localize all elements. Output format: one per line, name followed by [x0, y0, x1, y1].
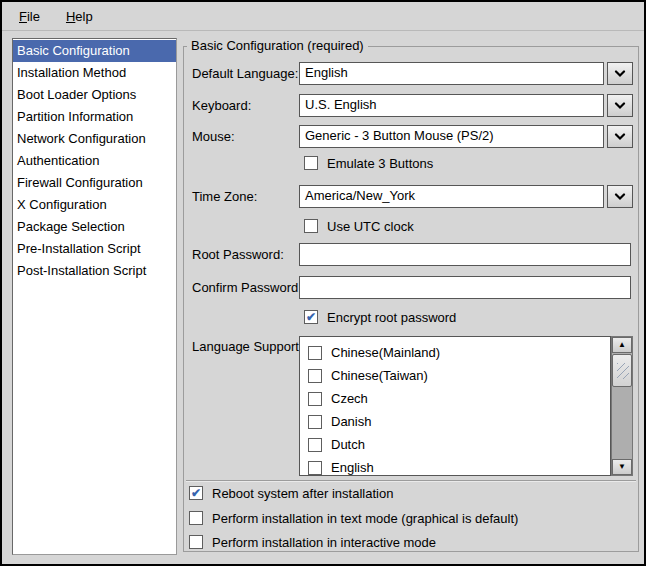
language-support-list: Chinese(Mainland) Chinese(Taiwan) Czech …	[299, 336, 633, 476]
emulate-3-buttons-checkbox[interactable]: Emulate 3 Buttons	[304, 155, 433, 171]
interactive-mode-installation-checkbox[interactable]: Perform installation in interactive mode	[189, 534, 436, 550]
language-support-label: Language Support:	[192, 339, 303, 354]
checkbox-icon[interactable]	[308, 415, 322, 429]
language-item-chinese-mainland[interactable]: Chinese(Mainland)	[300, 341, 610, 364]
default-language-label: Default Language:	[192, 66, 298, 81]
scroll-down-button[interactable]: ▼	[612, 459, 632, 475]
menu-bar: File Help	[2, 2, 644, 31]
language-item-dutch[interactable]: Dutch	[300, 433, 610, 456]
checkbox-icon[interactable]	[189, 511, 203, 525]
language-item-label: Czech	[331, 391, 368, 406]
arrow-down-icon: ▼	[618, 463, 626, 471]
chevron-down-icon	[614, 102, 626, 110]
menu-file[interactable]: File	[11, 6, 48, 27]
text-mode-installation-label: Perform installation in text mode (graph…	[212, 511, 518, 526]
mouse-select[interactable]: Generic - 3 Button Mouse (PS/2)	[299, 125, 633, 148]
mouse-dropdown-button[interactable]	[607, 125, 633, 148]
sidebar-item-boot-loader-options[interactable]: Boot Loader Options	[13, 84, 176, 106]
checkbox-icon[interactable]	[308, 346, 322, 360]
confirm-password-field[interactable]	[299, 276, 631, 299]
scroll-up-button[interactable]: ▲	[612, 337, 632, 353]
time-zone-dropdown-button[interactable]	[607, 185, 633, 208]
use-utc-clock-checkbox[interactable]: Use UTC clock	[304, 218, 414, 234]
time-zone-label: Time Zone:	[192, 189, 257, 204]
checkbox-icon[interactable]	[308, 369, 322, 383]
time-zone-select[interactable]: America/New_York	[299, 185, 633, 208]
language-item-danish[interactable]: Danish	[300, 410, 610, 433]
checkbox-icon[interactable]	[308, 438, 322, 452]
root-password-field[interactable]	[299, 243, 631, 266]
panel-title: Basic Configuration (required)	[187, 38, 368, 54]
sidebar-item-firewall-configuration[interactable]: Firewall Configuration	[13, 172, 176, 194]
keyboard-value: U.S. English	[299, 94, 604, 117]
sidebar-item-x-configuration[interactable]: X Configuration	[13, 194, 176, 216]
encrypt-root-password-checkbox[interactable]: ✔ Encrypt root password	[304, 309, 456, 325]
chevron-down-icon	[614, 193, 626, 201]
time-zone-value: America/New_York	[299, 185, 604, 208]
horizontal-separator	[186, 480, 636, 482]
language-item-chinese-taiwan[interactable]: Chinese(Taiwan)	[300, 364, 610, 387]
sidebar-item-partition-information[interactable]: Partition Information	[13, 106, 176, 128]
language-list-viewport: Chinese(Mainland) Chinese(Taiwan) Czech …	[299, 336, 611, 476]
language-item-label: Dutch	[331, 437, 365, 452]
keyboard-dropdown-button[interactable]	[607, 94, 633, 117]
checkbox-icon[interactable]	[308, 461, 322, 475]
sidebar-item-basic-configuration[interactable]: Basic Configuration	[13, 40, 176, 62]
basic-configuration-panel: Basic Configuration (required) Default L…	[183, 46, 639, 552]
mouse-value: Generic - 3 Button Mouse (PS/2)	[299, 125, 604, 148]
default-language-value: English	[299, 62, 604, 85]
sidebar-item-network-configuration[interactable]: Network Configuration	[13, 128, 176, 150]
keyboard-select[interactable]: U.S. English	[299, 94, 633, 117]
chevron-down-icon	[614, 133, 626, 141]
sidebar-item-package-selection[interactable]: Package Selection	[13, 216, 176, 238]
default-language-dropdown-button[interactable]	[607, 62, 633, 85]
language-item-label: Chinese(Mainland)	[331, 345, 440, 360]
text-mode-installation-checkbox[interactable]: Perform installation in text mode (graph…	[189, 510, 518, 526]
language-item-label: English	[331, 460, 374, 475]
emulate-3-buttons-label: Emulate 3 Buttons	[327, 156, 433, 171]
keyboard-label: Keyboard:	[192, 98, 251, 113]
mouse-label: Mouse:	[192, 129, 235, 144]
checkbox-icon[interactable]: ✔	[189, 486, 203, 500]
language-item-english[interactable]: English	[300, 456, 610, 476]
arrow-up-icon: ▲	[618, 341, 626, 349]
default-language-select[interactable]: English	[299, 62, 633, 85]
scrollbar-thumb[interactable]	[612, 354, 632, 387]
root-password-label: Root Password:	[192, 247, 284, 262]
kickstart-configurator-window: File Help Basic Configuration Installati…	[0, 0, 646, 566]
sidebar-item-pre-installation-script[interactable]: Pre-Installation Script	[13, 238, 176, 260]
sidebar-item-installation-method[interactable]: Installation Method	[13, 62, 176, 84]
sidebar-item-post-installation-script[interactable]: Post-Installation Script	[13, 260, 176, 282]
interactive-mode-installation-label: Perform installation in interactive mode	[212, 535, 436, 550]
sidebar-item-authentication[interactable]: Authentication	[13, 150, 176, 172]
checkbox-icon[interactable]	[189, 535, 203, 549]
chevron-down-icon	[614, 70, 626, 78]
language-item-label: Danish	[331, 414, 371, 429]
encrypt-root-password-label: Encrypt root password	[327, 310, 456, 325]
menu-help[interactable]: Help	[58, 6, 101, 27]
reboot-after-installation-checkbox[interactable]: ✔ Reboot system after installation	[189, 485, 393, 501]
checkbox-icon[interactable]: ✔	[304, 310, 318, 324]
checkbox-icon[interactable]	[308, 392, 322, 406]
checkbox-icon[interactable]	[304, 219, 318, 233]
language-item-czech[interactable]: Czech	[300, 387, 610, 410]
confirm-password-label: Confirm Password:	[192, 280, 302, 295]
category-list: Basic Configuration Installation Method …	[12, 38, 177, 555]
checkbox-icon[interactable]	[304, 156, 318, 170]
use-utc-clock-label: Use UTC clock	[327, 219, 414, 234]
language-item-label: Chinese(Taiwan)	[331, 368, 428, 383]
reboot-after-installation-label: Reboot system after installation	[212, 486, 393, 501]
vertical-scrollbar[interactable]: ▲ ▼	[611, 336, 633, 476]
